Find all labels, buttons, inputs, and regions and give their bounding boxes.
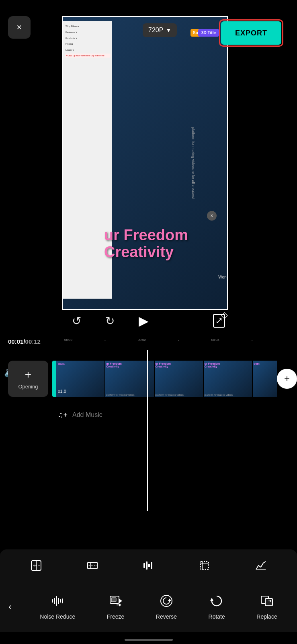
- playback-controls: ↺ ↻ ▶ ⤢: [0, 313, 297, 328]
- svg-rect-31: [265, 599, 272, 606]
- toolbar-crop-icon[interactable]: [198, 559, 211, 572]
- frame4-sub: platform for making videos: [205, 394, 233, 396]
- noise-reduce-icon: [50, 594, 65, 611]
- redo-button[interactable]: ↻: [105, 314, 115, 328]
- add-clip-icon: +: [284, 373, 290, 384]
- svg-marker-29: [210, 598, 213, 601]
- export-button[interactable]: EXPORT: [221, 21, 281, 45]
- reverse-icon: [159, 594, 174, 611]
- music-note-icon: ♫+: [58, 411, 68, 419]
- menu-features: Features ∨: [65, 30, 111, 34]
- video-side-text: platform for making videos re for all cr…: [191, 127, 195, 199]
- add-clip-button[interactable]: +: [277, 369, 297, 389]
- svg-rect-14: [256, 569, 266, 570]
- video-content: Why Filmora Features ∨ Products ∨ Pricin…: [63, 17, 227, 309]
- tl-dot-1: •: [104, 338, 106, 342]
- watermark-line2: Filmora: [218, 280, 228, 285]
- video-text-line2: Creativity: [104, 244, 188, 261]
- tl-dot-2: •: [178, 338, 179, 342]
- video-strip: dom x1.0 ur FreedomCreativity platform f…: [52, 361, 297, 397]
- frame-3: ur FreedomCreativity platform for making…: [155, 361, 203, 397]
- timeline-ruler: 00:00 • 00:02 • 00:04 •: [64, 338, 297, 342]
- opening-label: Opening: [18, 384, 38, 390]
- 3d-title-badge: 3D Title: [198, 29, 219, 37]
- chevron-down-icon: ▼: [166, 27, 171, 33]
- nav-item-rotate[interactable]: Rotate: [209, 594, 225, 620]
- svg-marker-22: [119, 599, 122, 603]
- speed-badge: x1.0: [58, 389, 66, 394]
- plus-icon: +: [25, 368, 31, 381]
- frame-4: ur FreedomCreativity platform for making…: [204, 361, 252, 397]
- strip-frames[interactable]: dom x1.0 ur FreedomCreativity platform f…: [56, 361, 277, 397]
- tl-marker-2: 00:02: [138, 338, 146, 342]
- video-element-close[interactable]: ×: [207, 211, 217, 221]
- svg-marker-28: [168, 599, 171, 601]
- tl-dot-3: •: [252, 338, 253, 342]
- add-music-label: Add Music: [72, 411, 102, 419]
- svg-rect-9: [148, 564, 150, 567]
- nav-item-noise-reduce[interactable]: Noise Reduce: [40, 594, 75, 620]
- frame3-text: ur FreedomCreativity: [156, 362, 171, 368]
- quality-label: 720P: [148, 27, 163, 34]
- toolbar-chart-icon[interactable]: [254, 559, 267, 572]
- nav-item-replace[interactable]: Replace: [256, 594, 277, 620]
- frame4-text: ur FreedomCreativity: [205, 362, 220, 368]
- replace-icon: [260, 594, 274, 611]
- frame3-sub: platform for making videos: [156, 394, 184, 396]
- menu-learn: Learn ∨: [65, 47, 111, 52]
- nav-item-freeze[interactable]: Freeze: [107, 594, 125, 620]
- svg-rect-10: [151, 562, 152, 569]
- reverse-label: Reverse: [156, 613, 177, 620]
- frame-2: ur FreedomCreativity platform for making…: [105, 361, 154, 397]
- svg-text:+: +: [34, 564, 36, 568]
- add-music-row[interactable]: ♫+ Add Music: [52, 405, 297, 425]
- bottom-toolbar: +: [0, 549, 297, 582]
- svg-rect-24: [111, 598, 116, 602]
- nav-back-arrow[interactable]: ‹: [0, 582, 20, 632]
- time-display: 00:01/00:12: [8, 338, 41, 345]
- svg-rect-20: [62, 599, 63, 603]
- frame5-text: dom: [254, 362, 260, 365]
- frame-5: dom: [253, 361, 277, 397]
- replace-label: Replace: [256, 613, 277, 620]
- frame2-sub: platform for making videos: [106, 394, 134, 396]
- video-big-text: ur Freedom Creativity: [104, 227, 188, 261]
- svg-rect-8: [146, 561, 147, 570]
- side-text-label: platform for making videos re for all cr…: [191, 127, 195, 199]
- home-indicator: [125, 639, 173, 641]
- nav-item-reverse[interactable]: Reverse: [156, 594, 177, 620]
- svg-rect-15: [52, 599, 53, 603]
- video-text-line1: ur Freedom: [104, 227, 188, 244]
- play-button[interactable]: ▶: [139, 313, 149, 328]
- svg-rect-16: [54, 598, 55, 604]
- frame1-text: dom: [58, 362, 65, 366]
- nav-items: Noise Reduce Freeze: [20, 594, 297, 620]
- menu-why-filmora: Why Filmora: [65, 24, 111, 28]
- rotate-label: Rotate: [209, 613, 225, 620]
- keyframe-diamond-icon[interactable]: ◇: [221, 310, 228, 320]
- noise-reduce-label: Noise Reduce: [40, 613, 75, 620]
- frame2-text: ur FreedomCreativity: [106, 362, 122, 368]
- bottom-nav: ‹ Noise Reduce: [0, 582, 297, 632]
- svg-rect-19: [60, 599, 61, 603]
- video-preview: Why Filmora Features ∨ Products ∨ Pricin…: [62, 16, 228, 310]
- toolbar-trim-icon[interactable]: [86, 559, 99, 572]
- video-close-icon: ×: [210, 213, 213, 219]
- undo-button[interactable]: ↺: [72, 314, 81, 328]
- toolbar-audio-icon[interactable]: [142, 559, 155, 572]
- watermark-line1: Wondershare: [218, 275, 228, 280]
- rotate-icon: [209, 594, 224, 611]
- close-button[interactable]: ×: [8, 16, 31, 39]
- back-arrow-icon: ‹: [8, 602, 11, 612]
- frame-1: dom x1.0: [56, 361, 104, 397]
- playhead[interactable]: [147, 350, 148, 511]
- menu-products: Products ∨: [65, 36, 111, 40]
- quality-selector[interactable]: 720P ▼: [143, 23, 177, 37]
- 3d-badge-label: 3D Title: [201, 31, 216, 35]
- toolbar-add-icon[interactable]: +: [30, 559, 43, 572]
- tl-marker-0: 00:00: [64, 338, 72, 342]
- opening-clip-button[interactable]: + Opening: [8, 361, 48, 397]
- strip-left-bar: [52, 361, 56, 397]
- svg-marker-26: [119, 603, 121, 607]
- export-button-wrapper: EXPORT: [219, 19, 283, 47]
